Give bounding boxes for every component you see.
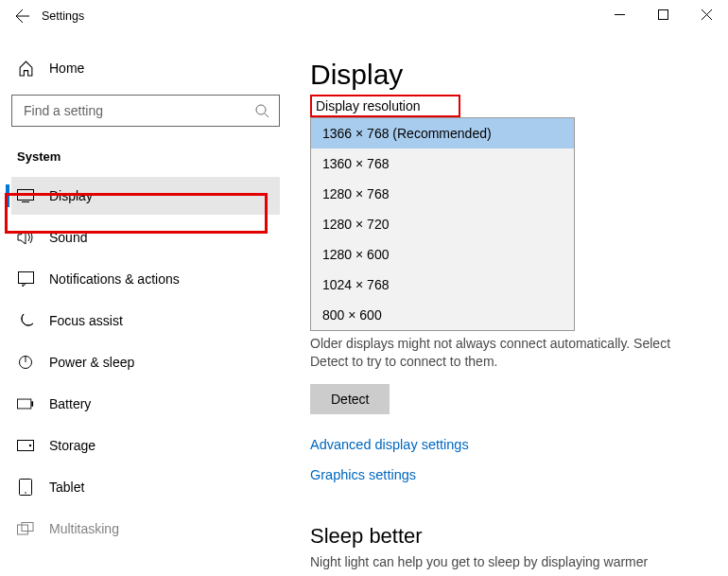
sidebar-item-storage[interactable]: Storage <box>11 427 280 464</box>
advanced-display-settings-link[interactable]: Advanced display settings <box>310 437 709 452</box>
resolution-option[interactable]: 1280 × 768 <box>311 179 574 209</box>
window-title: Settings <box>42 9 84 23</box>
home-button[interactable]: Home <box>11 49 280 87</box>
content-pane: Display Display resolution 1366 × 768 (R… <box>291 32 728 576</box>
svg-rect-11 <box>18 525 28 534</box>
sidebar-item-battery[interactable]: Battery <box>11 385 280 423</box>
maximize-button[interactable] <box>641 0 685 28</box>
svg-rect-2 <box>18 190 34 201</box>
tablet-icon <box>17 479 34 496</box>
graphics-settings-link[interactable]: Graphics settings <box>310 467 709 482</box>
page-title: Display <box>310 59 709 91</box>
sidebar-item-notifications[interactable]: Notifications & actions <box>11 260 280 298</box>
sidebar-item-label: Power & sleep <box>49 355 134 370</box>
sidebar-item-label: Display <box>49 188 93 203</box>
svg-point-8 <box>29 445 31 446</box>
back-button[interactable] <box>9 3 36 29</box>
svg-point-1 <box>256 105 266 114</box>
sound-icon <box>17 230 34 245</box>
close-icon <box>702 9 712 20</box>
sidebar-item-display[interactable]: Display <box>11 177 280 215</box>
resolution-option[interactable]: 1280 × 720 <box>311 209 574 239</box>
search-icon <box>254 103 269 118</box>
arrow-left-icon <box>15 9 30 24</box>
monitor-icon <box>17 189 34 202</box>
resolution-option[interactable]: 1024 × 768 <box>311 270 574 300</box>
sidebar-item-label: Battery <box>49 396 91 411</box>
sidebar-item-power-sleep[interactable]: Power & sleep <box>11 343 280 381</box>
sidebar-item-label: Tablet <box>49 480 84 495</box>
storage-icon <box>17 440 34 451</box>
search-box[interactable] <box>11 95 280 127</box>
svg-rect-6 <box>31 401 33 406</box>
minimize-icon <box>615 9 625 20</box>
home-label: Home <box>49 61 84 76</box>
sidebar: Home System Display Sound Notifica <box>0 32 291 576</box>
sidebar-item-tablet[interactable]: Tablet <box>11 468 280 506</box>
resolution-option[interactable]: 1360 × 768 <box>311 148 574 179</box>
search-input[interactable] <box>22 102 254 119</box>
older-displays-hint: Older displays might not always connect … <box>310 335 688 371</box>
sidebar-item-sound[interactable]: Sound <box>11 218 280 256</box>
power-icon <box>17 355 34 370</box>
sidebar-item-label: Notifications & actions <box>49 271 180 287</box>
svg-point-10 <box>25 492 26 494</box>
svg-rect-3 <box>18 272 33 284</box>
resolution-option[interactable]: 800 × 600 <box>311 300 574 330</box>
sidebar-item-multitasking[interactable]: Multitasking <box>11 510 280 548</box>
focus-assist-icon <box>17 313 34 329</box>
battery-icon <box>17 398 34 410</box>
sidebar-item-focus-assist[interactable]: Focus assist <box>11 302 280 340</box>
resolution-option[interactable]: 1366 × 768 (Recommended) <box>311 118 574 148</box>
multitasking-icon <box>17 522 34 535</box>
sidebar-item-label: Storage <box>49 438 95 453</box>
night-light-hint: Night light can help you get to sleep by… <box>310 554 709 569</box>
system-heading: System <box>17 149 280 164</box>
minimize-button[interactable] <box>598 0 641 28</box>
maximize-icon <box>658 9 668 20</box>
sleep-better-heading: Sleep better <box>310 524 709 549</box>
resolution-option[interactable]: 1280 × 600 <box>311 239 574 270</box>
home-icon <box>17 61 34 77</box>
resolution-dropdown[interactable]: 1366 × 768 (Recommended) 1360 × 768 1280… <box>310 117 575 331</box>
resolution-label: Display resolution <box>310 95 460 117</box>
notifications-icon <box>17 271 34 287</box>
detect-button[interactable]: Detect <box>310 384 390 414</box>
svg-rect-0 <box>658 9 667 19</box>
sidebar-item-label: Sound <box>49 230 87 245</box>
sidebar-item-label: Focus assist <box>49 313 123 328</box>
svg-rect-5 <box>17 399 30 409</box>
close-button[interactable] <box>685 0 728 28</box>
sidebar-item-label: Multitasking <box>49 521 119 536</box>
